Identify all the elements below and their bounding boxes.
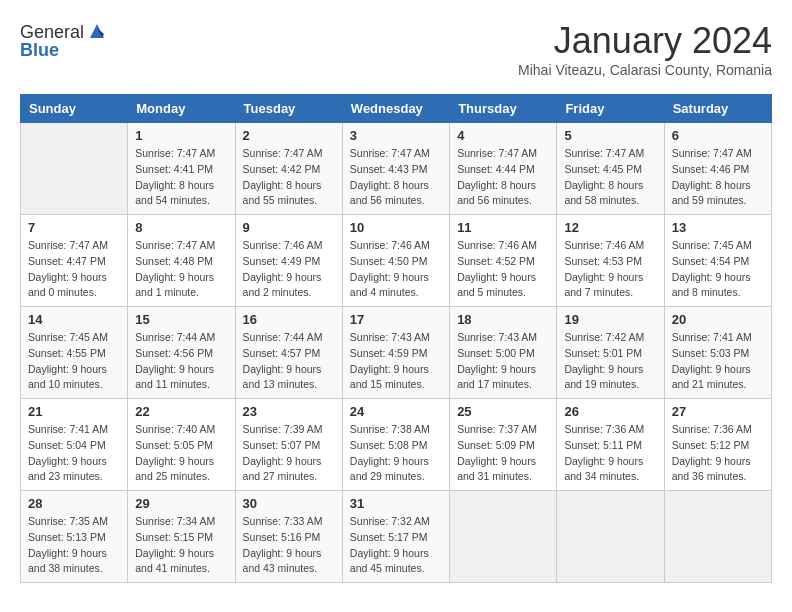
day-info: Sunrise: 7:36 AM Sunset: 5:12 PM Dayligh…: [672, 422, 764, 485]
day-number: 11: [457, 220, 549, 235]
day-info: Sunrise: 7:44 AM Sunset: 4:57 PM Dayligh…: [243, 330, 335, 393]
calendar-body: 1Sunrise: 7:47 AM Sunset: 4:41 PM Daylig…: [21, 123, 772, 583]
day-cell: 1Sunrise: 7:47 AM Sunset: 4:41 PM Daylig…: [128, 123, 235, 215]
day-info: Sunrise: 7:47 AM Sunset: 4:42 PM Dayligh…: [243, 146, 335, 209]
calendar-header: SundayMondayTuesdayWednesdayThursdayFrid…: [21, 95, 772, 123]
day-cell: 24Sunrise: 7:38 AM Sunset: 5:08 PM Dayli…: [342, 399, 449, 491]
day-number: 13: [672, 220, 764, 235]
day-header-thursday: Thursday: [450, 95, 557, 123]
day-number: 3: [350, 128, 442, 143]
day-cell: [557, 491, 664, 583]
day-number: 18: [457, 312, 549, 327]
day-cell: 23Sunrise: 7:39 AM Sunset: 5:07 PM Dayli…: [235, 399, 342, 491]
day-cell: 30Sunrise: 7:33 AM Sunset: 5:16 PM Dayli…: [235, 491, 342, 583]
day-info: Sunrise: 7:43 AM Sunset: 4:59 PM Dayligh…: [350, 330, 442, 393]
day-cell: 21Sunrise: 7:41 AM Sunset: 5:04 PM Dayli…: [21, 399, 128, 491]
day-header-monday: Monday: [128, 95, 235, 123]
day-cell: 11Sunrise: 7:46 AM Sunset: 4:52 PM Dayli…: [450, 215, 557, 307]
calendar: SundayMondayTuesdayWednesdayThursdayFrid…: [20, 94, 772, 583]
week-row-4: 21Sunrise: 7:41 AM Sunset: 5:04 PM Dayli…: [21, 399, 772, 491]
day-cell: 2Sunrise: 7:47 AM Sunset: 4:42 PM Daylig…: [235, 123, 342, 215]
day-number: 7: [28, 220, 120, 235]
day-info: Sunrise: 7:38 AM Sunset: 5:08 PM Dayligh…: [350, 422, 442, 485]
day-info: Sunrise: 7:39 AM Sunset: 5:07 PM Dayligh…: [243, 422, 335, 485]
day-number: 16: [243, 312, 335, 327]
day-cell: [450, 491, 557, 583]
day-info: Sunrise: 7:47 AM Sunset: 4:41 PM Dayligh…: [135, 146, 227, 209]
day-info: Sunrise: 7:35 AM Sunset: 5:13 PM Dayligh…: [28, 514, 120, 577]
day-cell: 13Sunrise: 7:45 AM Sunset: 4:54 PM Dayli…: [664, 215, 771, 307]
day-cell: 26Sunrise: 7:36 AM Sunset: 5:11 PM Dayli…: [557, 399, 664, 491]
day-header-friday: Friday: [557, 95, 664, 123]
week-row-2: 7Sunrise: 7:47 AM Sunset: 4:47 PM Daylig…: [21, 215, 772, 307]
day-number: 4: [457, 128, 549, 143]
day-info: Sunrise: 7:47 AM Sunset: 4:45 PM Dayligh…: [564, 146, 656, 209]
day-cell: 4Sunrise: 7:47 AM Sunset: 4:44 PM Daylig…: [450, 123, 557, 215]
title-area: January 2024 Mihai Viteazu, Calarasi Cou…: [518, 20, 772, 78]
day-info: Sunrise: 7:46 AM Sunset: 4:52 PM Dayligh…: [457, 238, 549, 301]
day-info: Sunrise: 7:32 AM Sunset: 5:17 PM Dayligh…: [350, 514, 442, 577]
day-cell: 3Sunrise: 7:47 AM Sunset: 4:43 PM Daylig…: [342, 123, 449, 215]
day-number: 21: [28, 404, 120, 419]
day-cell: 22Sunrise: 7:40 AM Sunset: 5:05 PM Dayli…: [128, 399, 235, 491]
week-row-5: 28Sunrise: 7:35 AM Sunset: 5:13 PM Dayli…: [21, 491, 772, 583]
day-number: 14: [28, 312, 120, 327]
day-cell: 15Sunrise: 7:44 AM Sunset: 4:56 PM Dayli…: [128, 307, 235, 399]
day-number: 28: [28, 496, 120, 511]
day-cell: 9Sunrise: 7:46 AM Sunset: 4:49 PM Daylig…: [235, 215, 342, 307]
week-row-1: 1Sunrise: 7:47 AM Sunset: 4:41 PM Daylig…: [21, 123, 772, 215]
day-cell: 16Sunrise: 7:44 AM Sunset: 4:57 PM Dayli…: [235, 307, 342, 399]
logo: General Blue: [20, 20, 108, 61]
day-cell: 31Sunrise: 7:32 AM Sunset: 5:17 PM Dayli…: [342, 491, 449, 583]
day-cell: 18Sunrise: 7:43 AM Sunset: 5:00 PM Dayli…: [450, 307, 557, 399]
day-number: 5: [564, 128, 656, 143]
day-cell: 6Sunrise: 7:47 AM Sunset: 4:46 PM Daylig…: [664, 123, 771, 215]
day-number: 25: [457, 404, 549, 419]
day-info: Sunrise: 7:41 AM Sunset: 5:04 PM Dayligh…: [28, 422, 120, 485]
day-number: 22: [135, 404, 227, 419]
day-header-sunday: Sunday: [21, 95, 128, 123]
day-number: 19: [564, 312, 656, 327]
logo-icon: [86, 20, 108, 42]
month-title: January 2024: [518, 20, 772, 62]
day-header-tuesday: Tuesday: [235, 95, 342, 123]
day-cell: 14Sunrise: 7:45 AM Sunset: 4:55 PM Dayli…: [21, 307, 128, 399]
day-info: Sunrise: 7:33 AM Sunset: 5:16 PM Dayligh…: [243, 514, 335, 577]
header-row: SundayMondayTuesdayWednesdayThursdayFrid…: [21, 95, 772, 123]
day-cell: 12Sunrise: 7:46 AM Sunset: 4:53 PM Dayli…: [557, 215, 664, 307]
day-info: Sunrise: 7:46 AM Sunset: 4:50 PM Dayligh…: [350, 238, 442, 301]
day-number: 6: [672, 128, 764, 143]
day-cell: 10Sunrise: 7:46 AM Sunset: 4:50 PM Dayli…: [342, 215, 449, 307]
day-number: 9: [243, 220, 335, 235]
day-number: 27: [672, 404, 764, 419]
day-header-saturday: Saturday: [664, 95, 771, 123]
day-info: Sunrise: 7:47 AM Sunset: 4:46 PM Dayligh…: [672, 146, 764, 209]
day-cell: 25Sunrise: 7:37 AM Sunset: 5:09 PM Dayli…: [450, 399, 557, 491]
week-row-3: 14Sunrise: 7:45 AM Sunset: 4:55 PM Dayli…: [21, 307, 772, 399]
day-number: 17: [350, 312, 442, 327]
day-info: Sunrise: 7:34 AM Sunset: 5:15 PM Dayligh…: [135, 514, 227, 577]
day-number: 15: [135, 312, 227, 327]
day-info: Sunrise: 7:46 AM Sunset: 4:49 PM Dayligh…: [243, 238, 335, 301]
day-number: 30: [243, 496, 335, 511]
day-number: 12: [564, 220, 656, 235]
day-info: Sunrise: 7:36 AM Sunset: 5:11 PM Dayligh…: [564, 422, 656, 485]
day-cell: 17Sunrise: 7:43 AM Sunset: 4:59 PM Dayli…: [342, 307, 449, 399]
day-cell: 27Sunrise: 7:36 AM Sunset: 5:12 PM Dayli…: [664, 399, 771, 491]
day-info: Sunrise: 7:42 AM Sunset: 5:01 PM Dayligh…: [564, 330, 656, 393]
day-cell: 29Sunrise: 7:34 AM Sunset: 5:15 PM Dayli…: [128, 491, 235, 583]
day-number: 29: [135, 496, 227, 511]
header: General Blue January 2024 Mihai Viteazu,…: [20, 20, 772, 78]
day-info: Sunrise: 7:37 AM Sunset: 5:09 PM Dayligh…: [457, 422, 549, 485]
location-title: Mihai Viteazu, Calarasi County, Romania: [518, 62, 772, 78]
day-info: Sunrise: 7:47 AM Sunset: 4:43 PM Dayligh…: [350, 146, 442, 209]
day-number: 23: [243, 404, 335, 419]
day-cell: 20Sunrise: 7:41 AM Sunset: 5:03 PM Dayli…: [664, 307, 771, 399]
day-number: 20: [672, 312, 764, 327]
day-header-wednesday: Wednesday: [342, 95, 449, 123]
day-number: 2: [243, 128, 335, 143]
day-info: Sunrise: 7:40 AM Sunset: 5:05 PM Dayligh…: [135, 422, 227, 485]
day-info: Sunrise: 7:47 AM Sunset: 4:47 PM Dayligh…: [28, 238, 120, 301]
day-number: 26: [564, 404, 656, 419]
day-info: Sunrise: 7:46 AM Sunset: 4:53 PM Dayligh…: [564, 238, 656, 301]
